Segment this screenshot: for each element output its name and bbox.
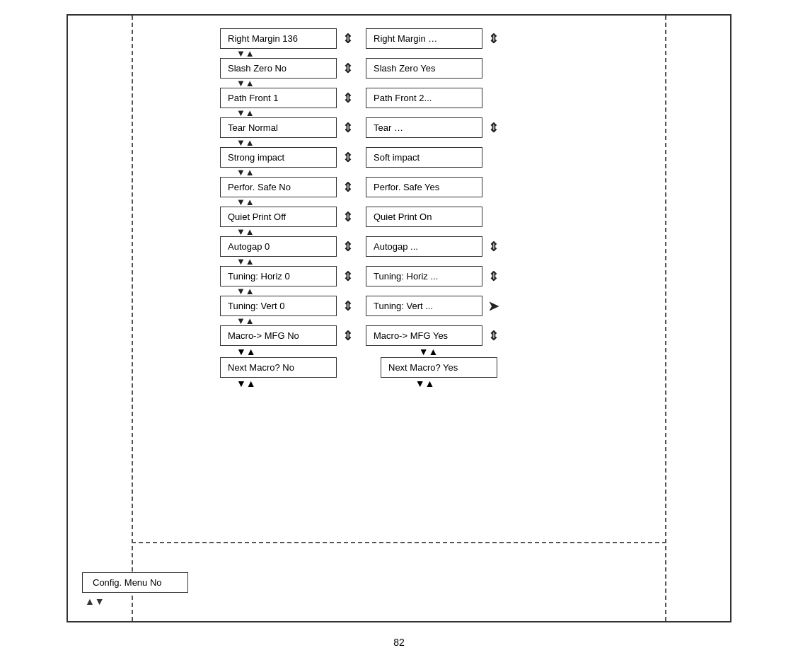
down-ind-1: ▼▲: [236, 49, 716, 58]
down-ind-7: ▼▲: [236, 227, 716, 236]
arrow-tear-left[interactable]: ⇕: [342, 122, 353, 134]
row-tuning-vert: Tuning: Vert 0 ⇕ Tuning: Vert ... ➤: [220, 296, 716, 316]
arrow-macro-left[interactable]: ⇕: [342, 330, 353, 342]
arrow-autogap-left[interactable]: ⇕: [342, 241, 353, 253]
btn-tuning-vert-0[interactable]: Tuning: Vert 0: [220, 296, 337, 316]
arrow-tuning-horiz-left[interactable]: ⇕: [342, 270, 353, 283]
btn-path-front-2[interactable]: Path Front 2...: [366, 88, 482, 108]
arrow-impact-left[interactable]: ⇕: [342, 151, 353, 164]
row-right-margin: Right Margin 136 ⇕ Right Margin … ⇕: [220, 28, 716, 49]
page-wrapper: Right Margin 136 ⇕ Right Margin … ⇕ ▼▲ S…: [0, 0, 798, 672]
down-ind-2: ▼▲: [236, 79, 716, 88]
btn-tuning-horiz-ellipsis[interactable]: Tuning: Horiz ...: [366, 266, 482, 286]
btn-perfor-safe-yes[interactable]: Perfor. Safe Yes: [366, 177, 482, 197]
arrow-tuning-horiz-right[interactable]: ⇕: [488, 270, 499, 283]
down-ind-8: ▼▲: [236, 257, 716, 266]
arrow-right-margin-left[interactable]: ⇕: [342, 33, 353, 45]
down-ind-12-pair: ▼▲ ▼▲: [236, 378, 716, 389]
bottom-arrows: ▲▼: [85, 596, 188, 607]
arrow-right-margin-right[interactable]: ⇕: [488, 33, 499, 45]
btn-next-macro-no[interactable]: Next Macro? No: [220, 357, 337, 378]
down-ind-5: ▼▲: [236, 168, 716, 177]
row-tear: Tear Normal ⇕ Tear … ⇕: [220, 117, 716, 138]
btn-next-macro-yes[interactable]: Next Macro? Yes: [381, 357, 497, 378]
down-ind-9: ▼▲: [236, 286, 716, 296]
row-autogap: Autogap 0 ⇕ Autogap ... ⇕: [220, 236, 716, 257]
down-ind-6: ▼▲: [236, 197, 716, 207]
btn-macro-mfg-yes[interactable]: Macro-> MFG Yes: [366, 325, 482, 346]
row-perfor-safe: Perfor. Safe No ⇕ Perfor. Safe Yes: [220, 177, 716, 197]
arrow-tuning-vert-left[interactable]: ⇕: [342, 300, 353, 313]
btn-path-front-1[interactable]: Path Front 1: [220, 88, 337, 108]
btn-autogap-ellipsis[interactable]: Autogap ...: [366, 236, 482, 257]
btn-strong-impact[interactable]: Strong impact: [220, 147, 337, 168]
arrow-path-front-left[interactable]: ⇕: [342, 92, 353, 105]
btn-quiet-print-off[interactable]: Quiet Print Off: [220, 207, 337, 227]
row-macro-mfg: Macro-> MFG No ⇕ Macro-> MFG Yes ⇕: [220, 325, 716, 346]
dashed-right-divider: [665, 16, 666, 621]
btn-soft-impact[interactable]: Soft impact: [366, 147, 482, 168]
main-content-border: Right Margin 136 ⇕ Right Margin … ⇕ ▼▲ S…: [66, 14, 732, 622]
down-ind-4: ▼▲: [236, 138, 716, 147]
row-impact: Strong impact ⇕ Soft impact: [220, 147, 716, 168]
down-ind-10: ▼▲: [236, 316, 716, 325]
row-quiet-print: Quiet Print Off ⇕ Quiet Print On: [220, 207, 716, 227]
rows-container: Right Margin 136 ⇕ Right Margin … ⇕ ▼▲ S…: [68, 23, 730, 389]
page-number: 82: [393, 637, 405, 648]
arrow-tuning-vert-right[interactable]: ➤: [488, 300, 499, 313]
btn-perfor-safe-no[interactable]: Perfor. Safe No: [220, 177, 337, 197]
btn-quiet-print-on[interactable]: Quiet Print On: [366, 207, 482, 227]
btn-tear-ellipsis[interactable]: Tear …: [366, 117, 482, 138]
arrow-quiet-left[interactable]: ⇕: [342, 211, 353, 224]
btn-right-margin-136[interactable]: Right Margin 136: [220, 28, 337, 49]
btn-right-margin-ellipsis[interactable]: Right Margin …: [366, 28, 482, 49]
btn-autogap-0[interactable]: Autogap 0: [220, 236, 337, 257]
dashed-bottom-line: [132, 542, 666, 543]
btn-slash-zero-no[interactable]: Slash Zero No: [220, 58, 337, 79]
btn-tear-normal[interactable]: Tear Normal: [220, 117, 337, 138]
down-ind-11-pair: ▼▲ ▼▲: [236, 346, 716, 357]
bottom-section: Config. Menu No ▲▼: [82, 572, 188, 607]
row-next-macro: Next Macro? No Next Macro? Yes: [220, 357, 716, 378]
btn-macro-mfg-no[interactable]: Macro-> MFG No: [220, 325, 337, 346]
row-path-front: Path Front 1 ⇕ Path Front 2...: [220, 88, 716, 108]
btn-config-menu-no[interactable]: Config. Menu No: [82, 572, 188, 593]
arrow-autogap-right[interactable]: ⇕: [488, 241, 499, 253]
arrow-macro-right[interactable]: ⇕: [488, 330, 499, 342]
btn-tuning-vert-ellipsis[interactable]: Tuning: Vert ...: [366, 296, 482, 316]
arrow-perfor-left[interactable]: ⇕: [342, 181, 353, 194]
row-tuning-horiz: Tuning: Horiz 0 ⇕ Tuning: Horiz ... ⇕: [220, 266, 716, 286]
row-slash-zero: Slash Zero No ⇕ Slash Zero Yes: [220, 58, 716, 79]
btn-tuning-horiz-0[interactable]: Tuning: Horiz 0: [220, 266, 337, 286]
arrow-slash-zero-left[interactable]: ⇕: [342, 62, 353, 75]
btn-slash-zero-yes[interactable]: Slash Zero Yes: [366, 58, 482, 79]
down-ind-3: ▼▲: [236, 108, 716, 117]
dashed-left-divider: [132, 16, 133, 621]
arrow-tear-right[interactable]: ⇕: [488, 122, 499, 134]
